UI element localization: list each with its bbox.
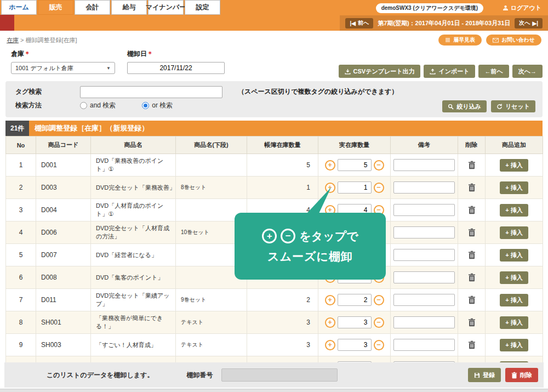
stocktake-date-input[interactable] [127,62,225,74]
delete-cell [458,266,486,289]
breadcrumb-row: 在庫 > 棚卸調整登録[在庫] 層早見表 お問い合わせ [0,31,548,47]
book-qty: 2 [247,289,318,311]
delete-row-button[interactable] [467,160,477,171]
insert-row-button[interactable]: + 挿入 [500,159,528,172]
remarks-cell [391,244,458,266]
tag-search-input[interactable] [80,86,222,98]
tab-mynumber[interactable]: マイナンバー [148,0,184,15]
bottom-action-bar: このリストのデータを棚卸します。 棚卸番号 登録 削除 [4,362,544,388]
tab-payroll[interactable]: 給与 [111,0,147,15]
trash-icon [468,183,476,192]
plus-icon[interactable]: + [325,340,335,350]
remarks-cell [391,221,458,244]
and-search-radio[interactable]: and 検索 [80,101,116,110]
delete-row-button[interactable] [467,249,477,260]
insert-row-button[interactable]: + 挿入 [500,339,528,351]
minus-circle-icon: − [281,229,295,243]
actual-qty-cell: + − [318,311,391,334]
remarks-input[interactable] [393,339,455,351]
tag-search-label: タグ検索 [15,87,80,96]
remarks-input[interactable] [393,204,455,216]
insert-row-button[interactable]: + 挿入 [500,249,528,262]
row-number: 1 [6,154,36,177]
form-action-buttons: CSVテンプレート出力 インポート ←前へ 次へ→ [339,65,543,78]
page-bottom-edge [0,389,548,392]
remarks-input[interactable] [393,294,455,306]
product-name: DVD完全セット「人材育成の方法」 [91,221,176,244]
contact-button[interactable]: お問い合わせ [486,35,541,46]
delete-row-button[interactable] [467,272,477,283]
environment-badge: demoSWX3 (クリアワークスデモ環境) [376,3,483,13]
trash-icon [468,161,476,169]
minus-icon[interactable]: − [374,160,384,171]
stocktake-form: 倉庫＊ 1001 デフォルト倉庫 ▼ 棚卸日＊ CSVテンプレート出力 インポー… [5,48,543,80]
delete-row-button[interactable] [467,339,477,350]
top-header: ホーム 販売 会計 給与 マイナンバー 設定 demoSWX3 (クリアワークス… [0,0,548,31]
insert-row-button[interactable]: + 挿入 [500,204,528,217]
delete-row-button[interactable] [467,182,477,193]
delete-row-button[interactable] [467,227,477,238]
tab-sales[interactable]: 販売 [38,0,73,15]
insert-row-button[interactable]: + 挿入 [500,271,528,284]
add-product-cell: + 挿入 [486,311,543,334]
add-product-cell: + 挿入 [486,334,543,356]
remarks-cell [391,289,458,311]
add-product-cell: + 挿入 [486,199,543,221]
tab-home[interactable]: ホーム [1,0,37,15]
reset-button[interactable]: リセット [491,100,535,112]
breadcrumb-separator: > [20,37,24,43]
prev-page-button[interactable]: ←前へ [478,65,509,78]
tab-accounting[interactable]: 会計 [75,0,110,15]
minus-icon[interactable]: − [374,317,384,328]
remarks-input[interactable] [393,316,455,328]
delete-row-button[interactable] [467,317,477,328]
remarks-input[interactable] [393,249,455,261]
warehouse-select[interactable]: 1001 デフォルト倉庫 ▼ [11,62,115,74]
minus-icon[interactable]: − [374,340,384,350]
insert-row-button[interactable]: + 挿入 [500,316,528,329]
plus-icon: + [505,319,509,326]
product-code: D008 [36,266,91,289]
plus-icon[interactable]: + [325,160,335,171]
add-product-cell: + 挿入 [486,177,543,199]
plus-icon[interactable]: + [325,295,335,305]
warehouse-selected-value: 1001 デフォルト倉庫 [15,64,73,72]
csv-template-button[interactable]: CSVテンプレート出力 [339,65,421,78]
fiscal-period-bar: |◀ 前へ 第7期(翌期)：2017年04月01日 - 2018年03月31日 … [340,15,548,31]
remarks-input[interactable] [393,181,455,194]
delete-cell [458,244,486,266]
row-number: 4 [6,221,36,244]
list-icon [445,37,450,43]
actual-qty-input[interactable] [338,339,372,351]
remarks-input[interactable] [393,159,455,171]
remarks-input[interactable] [393,271,455,283]
callout-tap-text: をタップで [299,229,358,244]
import-button[interactable]: インポート [424,65,475,78]
period-next-button[interactable]: 次へ ▶| [515,18,543,29]
or-search-radio[interactable]: or 検索 [142,101,173,110]
insert-row-button[interactable]: + 挿入 [500,294,528,306]
logout-button[interactable]: ログアウト [503,4,541,12]
plus-icon[interactable]: + [325,317,335,328]
insert-row-button[interactable]: + 挿入 [500,181,528,194]
delete-row-button[interactable] [467,294,477,305]
delete-row-button[interactable] [467,204,477,215]
plus-icon: + [505,184,509,191]
warehouse-label: 倉庫＊ [11,49,115,59]
book-qty: 5 [247,154,318,177]
actual-qty-input[interactable] [338,316,372,328]
next-page-button[interactable]: 次へ→ [512,65,543,78]
remarks-input[interactable] [393,226,455,238]
insert-row-button[interactable]: + 挿入 [500,226,528,239]
actual-qty-input[interactable] [338,294,372,306]
quick-reference-button[interactable]: 層早見表 [438,35,482,46]
period-prev-button[interactable]: |◀ 前へ [345,18,373,29]
register-button[interactable]: 登録 [468,368,501,382]
actual-qty-input[interactable] [338,159,372,171]
delete-list-button[interactable]: 削除 [505,368,538,382]
filter-button[interactable]: 絞り込み [442,100,487,112]
product-name-lower: 9巻セット [176,289,247,311]
tab-settings[interactable]: 設定 [185,0,220,15]
breadcrumb-inventory-link[interactable]: 在庫 [7,37,19,43]
minus-icon[interactable]: − [374,295,384,305]
